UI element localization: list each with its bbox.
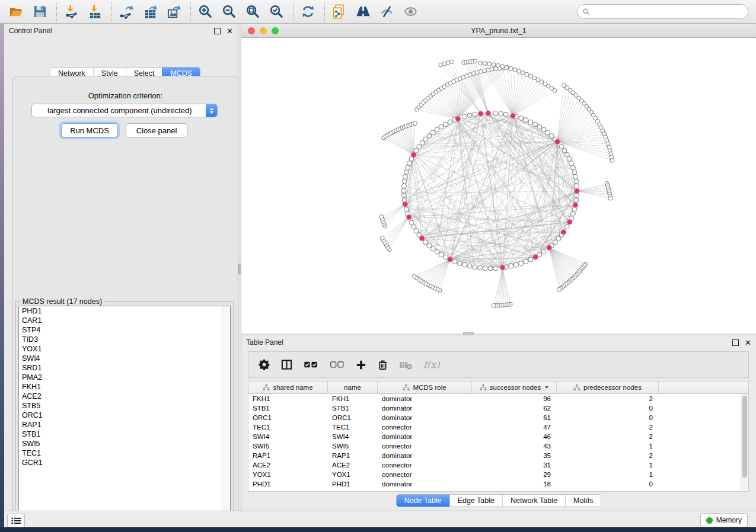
mcds-result-title: MCDS result (17 nodes) (20, 297, 104, 306)
table-tab-group: Node TableEdge TableNetwork TableMotifs (396, 494, 602, 507)
mcds-result-item[interactable]: SRD1 (19, 363, 230, 373)
import-network-icon[interactable] (62, 4, 80, 20)
table-row[interactable]: STB1STB1dominator620 (248, 403, 748, 413)
cell-predecessor-nodes: 2 (557, 452, 659, 459)
criterion-dropdown[interactable]: largest connected component (undirected) (31, 104, 218, 117)
run-mcds-button[interactable]: Run MCDS (61, 123, 118, 137)
network-window-titlebar[interactable]: YPA_prune.txt_1 (241, 24, 756, 38)
column-header-MCDS-role[interactable]: MCDS role (378, 382, 472, 393)
mcds-result-list[interactable]: PHD1CAR1STP4TID3YOX1SWI4SRD1PMA2FKH1ACE2… (18, 306, 231, 518)
mcds-result-item[interactable]: TID3 (19, 335, 230, 344)
mcds-result-item[interactable]: STP4 (19, 325, 230, 335)
export-network-icon[interactable] (117, 4, 135, 20)
table-row[interactable]: YOX1YOX1connector291 (248, 470, 748, 479)
mcds-result-item[interactable]: FKH1 (19, 382, 230, 392)
gear-icon[interactable] (259, 358, 270, 371)
table-row[interactable]: FKH1FKH1dominator962 (248, 394, 748, 403)
criterion-dropdown-value: largest connected component (undirected) (32, 106, 206, 115)
add-row-icon[interactable] (356, 358, 366, 371)
tab-edge-table[interactable]: Edge Table (449, 495, 502, 507)
deselect-all-icon[interactable] (330, 358, 344, 371)
table-row[interactable]: ACE2ACE2connector311 (248, 460, 748, 470)
sitemap-icon (573, 384, 580, 391)
table-scrollbar-thumb[interactable] (742, 396, 747, 477)
delete-table-icon (399, 358, 412, 371)
cell-shared-name: ORC1 (248, 414, 328, 421)
node-table: shared namenameMCDS rolesuccessor nodesp… (248, 381, 749, 492)
mcds-result-item[interactable]: SWI4 (19, 354, 230, 363)
sitemap-icon (403, 384, 410, 391)
mcds-result-item[interactable]: PHD1 (19, 306, 230, 316)
mcds-result-item[interactable]: TEC1 (19, 448, 230, 458)
column-label: successor nodes (490, 384, 541, 391)
mcds-result-item[interactable]: CAR1 (19, 316, 230, 325)
mcds-result-item[interactable]: YOX1 (19, 344, 230, 354)
search-input[interactable] (594, 7, 743, 17)
mcds-result-item[interactable]: ORC1 (19, 411, 230, 420)
mcds-result-item[interactable]: STB1 (19, 430, 230, 439)
table-row[interactable]: ORC1ORC1dominator610 (248, 413, 748, 422)
search-network-icon[interactable] (354, 4, 372, 20)
task-history-button[interactable] (7, 514, 25, 528)
export-table-icon[interactable] (141, 4, 159, 20)
column-label: MCDS role (413, 384, 446, 391)
table-scrollbar[interactable] (741, 394, 748, 491)
delete-row-icon[interactable] (378, 358, 388, 371)
tab-node-table[interactable]: Node Table (397, 495, 449, 507)
result-list-scrollbar[interactable] (222, 306, 230, 518)
search-field[interactable] (577, 4, 748, 19)
zoom-out-icon[interactable] (220, 4, 238, 20)
hide-details-icon[interactable] (378, 4, 395, 20)
cell-successor-nodes: 61 (472, 414, 557, 421)
mcds-result-item[interactable]: RAP1 (19, 420, 230, 430)
column-header-shared-name[interactable]: shared name (248, 382, 328, 393)
control-panel-title: Control Panel (9, 27, 214, 35)
toolbar-separator (324, 3, 325, 21)
cell-name: ORC1 (328, 414, 378, 421)
table-row[interactable]: TEC1TEC1connector472 (248, 422, 748, 432)
cell-name: STB1 (328, 405, 378, 412)
close-panel-icon[interactable]: ✕ (227, 28, 233, 34)
duplicate-network-icon[interactable] (330, 4, 348, 20)
close-panel-icon[interactable]: ✕ (745, 340, 751, 345)
column-header-name[interactable]: name (328, 382, 378, 393)
mcds-result-item[interactable]: SWI5 (19, 439, 230, 448)
cell-MCDS-role: dominator (378, 433, 472, 440)
table-body: FKH1FKH1dominator962STB1STB1dominator620… (248, 394, 748, 489)
cell-predecessor-nodes: 0 (557, 480, 659, 488)
main-toolbar (0, 0, 756, 24)
export-image-icon[interactable] (165, 4, 183, 20)
network-graph[interactable] (241, 38, 756, 334)
memory-button[interactable]: Memory (700, 513, 748, 527)
table-row[interactable]: SWI4SWI4dominator462 (248, 432, 748, 441)
open-folder-icon[interactable] (7, 4, 25, 20)
desktop-wallpaper-strip (0, 24, 4, 532)
cell-name: SWI5 (328, 443, 378, 450)
import-table-icon[interactable] (86, 4, 104, 20)
save-icon[interactable] (31, 4, 49, 20)
table-row[interactable]: RAP1RAP1dominator352 (248, 451, 748, 460)
refresh-icon[interactable] (299, 4, 317, 20)
mcds-result-item[interactable]: STB5 (19, 401, 230, 411)
column-header-successor-nodes[interactable]: successor nodes (472, 382, 557, 393)
tab-network-table[interactable]: Network Table (502, 495, 565, 507)
tab-motifs[interactable]: Motifs (565, 495, 601, 507)
float-window-icon[interactable] (732, 339, 739, 346)
table-row[interactable]: SWI5SWI5connector431 (248, 441, 748, 451)
show-details-icon[interactable] (401, 4, 419, 20)
zoom-selected-icon[interactable] (267, 4, 285, 20)
cell-predecessor-nodes: 0 (557, 414, 659, 421)
zoom-fit-icon[interactable] (244, 4, 261, 20)
table-row[interactable]: PHD1PHD1dominator180 (248, 479, 748, 489)
cell-shared-name: ACE2 (248, 462, 328, 469)
select-all-icon[interactable] (304, 358, 318, 371)
close-panel-button[interactable]: Close panel (126, 123, 187, 137)
columns-icon[interactable] (281, 358, 292, 371)
network-view-window: YPA_prune.txt_1 (241, 24, 756, 334)
mcds-result-item[interactable]: PMA2 (19, 373, 230, 382)
zoom-in-icon[interactable] (196, 4, 214, 20)
mcds-result-item[interactable]: GCR1 (19, 458, 230, 467)
float-window-icon[interactable] (214, 28, 221, 34)
column-header-predecessor-nodes[interactable]: predecessor nodes (557, 382, 659, 393)
mcds-result-item[interactable]: ACE2 (19, 392, 230, 401)
